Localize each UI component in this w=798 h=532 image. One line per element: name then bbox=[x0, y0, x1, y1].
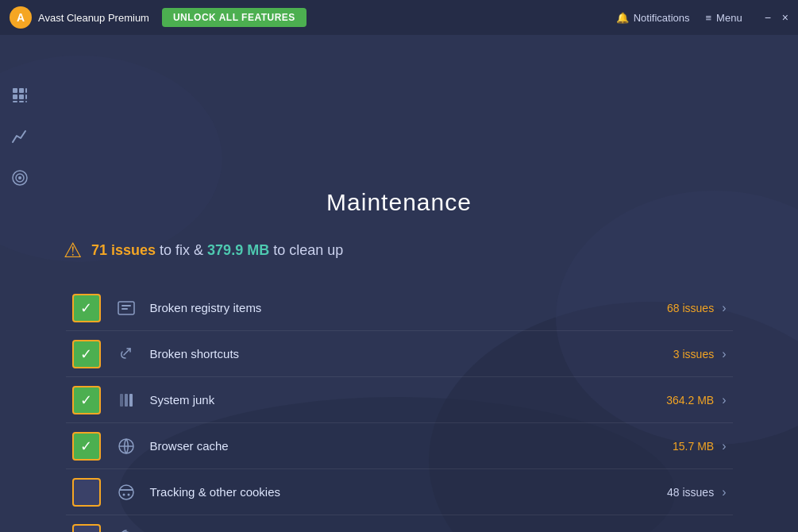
static-text-2: to clean up bbox=[269, 242, 343, 258]
svg-rect-23 bbox=[125, 394, 128, 407]
window-controls: − × bbox=[765, 12, 788, 23]
checkmark-icon: ✓ bbox=[80, 347, 92, 361]
item-label-4: Tracking & other cookies bbox=[150, 485, 668, 499]
bell-icon: 🔔 bbox=[616, 12, 629, 24]
notifications-button[interactable]: 🔔 Notifications bbox=[616, 12, 690, 24]
item-icon-browser bbox=[114, 434, 139, 459]
titlebar: A Avast Cleanup Premium UNLOCK ALL FEATU… bbox=[0, 0, 798, 35]
checkmark-icon: ✓ bbox=[80, 439, 92, 453]
list-item[interactable]: ✓ Broken registry items 68 issues › bbox=[66, 285, 733, 331]
avast-logo-icon: A bbox=[10, 6, 32, 29]
app-logo: A Avast Cleanup Premium bbox=[10, 6, 162, 29]
svg-rect-12 bbox=[25, 94, 27, 99]
mb-count: 379.9 MB bbox=[207, 242, 269, 258]
svg-rect-7 bbox=[13, 88, 17, 93]
chevron-right-icon: › bbox=[722, 301, 726, 315]
chart-icon bbox=[11, 128, 29, 149]
sidebar-grid-button[interactable] bbox=[0, 78, 38, 116]
item-label-1: Broken shortcuts bbox=[150, 347, 673, 360]
chevron-right-icon: › bbox=[722, 347, 726, 361]
svg-rect-11 bbox=[19, 94, 24, 99]
list-item[interactable]: Browsing & download history 10 items › bbox=[66, 515, 733, 532]
issues-count: 71 issues bbox=[91, 242, 156, 258]
svg-rect-22 bbox=[120, 394, 123, 407]
svg-text:A: A bbox=[17, 11, 25, 24]
checkbox-5[interactable] bbox=[72, 524, 101, 533]
svg-rect-8 bbox=[19, 88, 24, 93]
item-label-0: Broken registry items bbox=[150, 301, 668, 314]
item-value-2: 364.2 MB bbox=[666, 394, 714, 407]
svg-rect-9 bbox=[25, 88, 27, 93]
item-icon-shortcut bbox=[114, 341, 139, 367]
item-icon-history bbox=[114, 526, 139, 533]
warning-icon: ⚠ bbox=[64, 238, 82, 263]
svg-rect-14 bbox=[19, 101, 24, 102]
svg-rect-24 bbox=[129, 394, 133, 407]
svg-rect-13 bbox=[13, 101, 17, 102]
list-item[interactable]: Tracking & other cookies 48 issues › bbox=[66, 469, 733, 515]
checkbox-0[interactable]: ✓ bbox=[72, 294, 101, 322]
svg-rect-15 bbox=[25, 101, 27, 102]
item-label-2: System junk bbox=[150, 393, 667, 407]
menu-lines-icon: ≡ bbox=[706, 12, 712, 24]
svg-point-28 bbox=[122, 493, 125, 495]
svg-rect-20 bbox=[121, 305, 131, 306]
item-value-4: 48 issues bbox=[667, 486, 714, 499]
item-value-1: 3 issues bbox=[673, 348, 714, 360]
summary-bar: ⚠ 71 issues to fix & 379.9 MB to clean u… bbox=[64, 238, 343, 263]
checkbox-4[interactable] bbox=[72, 478, 101, 507]
notifications-label: Notifications bbox=[634, 12, 690, 24]
grid-icon bbox=[11, 87, 29, 108]
checkbox-1[interactable]: ✓ bbox=[72, 340, 101, 368]
item-icon-cookies bbox=[114, 480, 139, 505]
app-name-label: Avast Cleanup Premium bbox=[38, 12, 149, 24]
maintenance-item-list: ✓ Broken registry items 68 issues › ✓ Br… bbox=[66, 285, 733, 532]
list-item[interactable]: ✓ Browser cache 15.7 MB › bbox=[66, 423, 733, 469]
checkbox-3[interactable]: ✓ bbox=[72, 432, 101, 461]
svg-point-29 bbox=[127, 493, 129, 495]
summary-text: 71 issues to fix & 379.9 MB to clean up bbox=[91, 242, 343, 259]
unlock-all-features-button[interactable]: UNLOCK ALL FEATURES bbox=[162, 8, 306, 27]
menu-button[interactable]: ≡ Menu bbox=[706, 12, 742, 24]
list-item[interactable]: ✓ System junk 364.2 MB › bbox=[66, 377, 733, 423]
chevron-right-icon: › bbox=[722, 393, 726, 407]
svg-point-26 bbox=[119, 485, 133, 499]
item-value-3: 15.7 MB bbox=[673, 440, 714, 453]
svg-rect-10 bbox=[13, 94, 17, 99]
chevron-right-icon: › bbox=[722, 485, 726, 499]
chevron-right-icon: › bbox=[722, 439, 726, 453]
page-title: Maintenance bbox=[326, 189, 472, 216]
sidebar-chart-button[interactable] bbox=[0, 119, 38, 157]
svg-rect-21 bbox=[121, 308, 128, 310]
item-value-0: 68 issues bbox=[667, 302, 714, 314]
titlebar-right: 🔔 Notifications ≡ Menu − × bbox=[616, 12, 788, 24]
item-label-3: Browser cache bbox=[150, 439, 673, 453]
static-text-1: to fix & bbox=[156, 242, 207, 258]
checkbox-2[interactable]: ✓ bbox=[72, 386, 101, 414]
list-item[interactable]: ✓ Broken shortcuts 3 issues › bbox=[66, 331, 733, 377]
item-icon-registry bbox=[114, 295, 139, 321]
menu-label: Menu bbox=[716, 12, 742, 24]
close-button[interactable]: × bbox=[782, 12, 788, 23]
checkmark-icon: ✓ bbox=[80, 301, 92, 315]
item-icon-junk bbox=[114, 387, 139, 413]
minimize-button[interactable]: − bbox=[765, 12, 771, 23]
checkmark-icon: ✓ bbox=[80, 393, 92, 407]
